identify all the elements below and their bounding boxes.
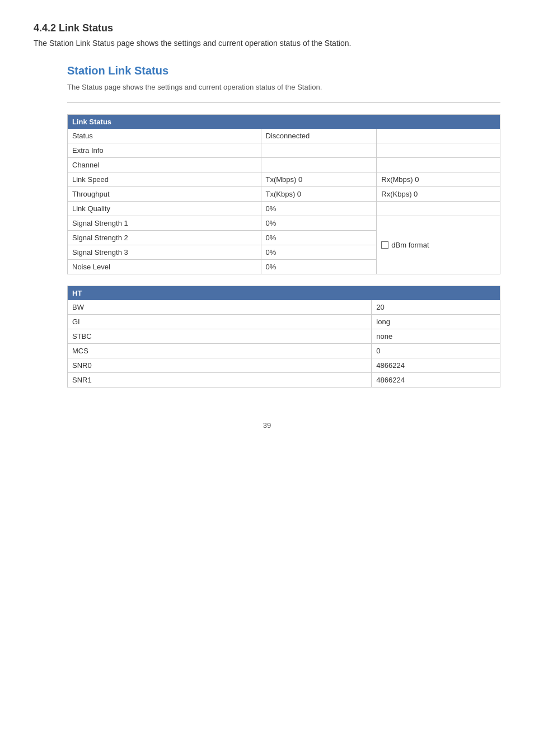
link-status-col2 [261,158,377,172]
dbm-format-label: dBm format [391,241,429,249]
link-status-col3 [377,158,500,172]
ht-value: 20 [372,300,500,315]
link-status-col3 [377,202,500,216]
ht-value: 0 [372,344,500,358]
ht-label: SNR1 [68,373,372,388]
link-status-label: Throughput [68,187,261,202]
link-status-col3 [377,143,500,158]
ht-value: 4866224 [372,373,500,388]
ht-table: HT BW20GIlongSTBCnoneMCS0SNR04866224SNR1… [67,286,500,388]
ht-value: 4866224 [372,358,500,373]
dbm-format-checkbox[interactable] [381,241,388,249]
ht-value: none [372,329,500,344]
page-title: Station Link Status [67,64,500,77]
ht-header: HT [68,286,500,301]
link-status-col2: 0% [261,260,377,274]
ht-label: BW [68,300,372,315]
page-number: 39 [34,421,500,430]
link-status-col2: 0% [261,216,377,231]
link-status-header: Link Status [68,115,500,129]
link-status-col3: Rx(Kbps) 0 [377,187,500,202]
section-description: The Station Link Status page shows the s… [34,39,500,48]
link-status-col2 [261,143,377,158]
link-status-col2: Tx(Kbps) 0 [261,187,377,202]
link-status-col2: 0% [261,202,377,216]
section-heading: 4.4.2 Link Status [34,22,500,34]
ht-value: long [372,315,500,329]
link-status-label: Signal Strength 1 [68,216,261,231]
ht-label: GI [68,315,372,329]
ht-label: SNR0 [68,358,372,373]
link-status-label: Link Quality [68,202,261,216]
link-status-table: Link Status StatusDisconnectedExtra Info… [67,114,500,274]
link-status-label: Channel [68,158,261,172]
link-status-col3: Rx(Mbps) 0 [377,172,500,187]
link-status-col3 [377,129,500,143]
dbm-format-cell: dBm format [377,216,500,274]
divider [67,102,500,103]
link-status-label: Signal Strength 2 [68,231,261,245]
link-status-col2: Tx(Mbps) 0 [261,172,377,187]
ht-label: MCS [68,344,372,358]
link-status-label: Extra Info [68,143,261,158]
link-status-label: Signal Strength 3 [68,245,261,260]
link-status-col2: Disconnected [261,129,377,143]
link-status-label: Link Speed [68,172,261,187]
link-status-label: Status [68,129,261,143]
link-status-col2: 0% [261,245,377,260]
link-status-col2: 0% [261,231,377,245]
ht-label: STBC [68,329,372,344]
page-subtitle: The Status page shows the settings and c… [67,83,500,91]
link-status-label: Noise Level [68,260,261,274]
